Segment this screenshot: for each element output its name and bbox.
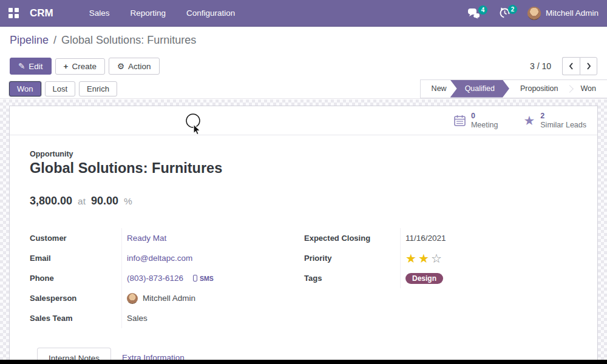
activities-badge: 2 xyxy=(508,5,517,14)
calendar-icon xyxy=(454,115,466,126)
meeting-label: Meeting xyxy=(471,121,498,129)
email-label: Email xyxy=(30,254,121,263)
priority-stars[interactable]: ★★☆ xyxy=(405,252,444,265)
enrich-button[interactable]: Enrich xyxy=(79,81,117,96)
fields-right-column: Expected Closing 11/16/2021 Priority ★★☆… xyxy=(304,228,577,328)
sms-label: SMS xyxy=(200,275,214,282)
customer-link[interactable]: Ready Mat xyxy=(127,234,166,243)
customer-label: Customer xyxy=(30,234,121,243)
expected-revenue: 3,800.00 at 90.00 % xyxy=(30,195,577,207)
chevron-left-icon xyxy=(568,62,575,70)
probability-value: 90.00 xyxy=(91,195,118,207)
user-avatar xyxy=(527,7,541,20)
create-button[interactable]: + Create xyxy=(55,58,105,75)
control-panel: ✎ Edit + Create ⚙ Action 3 / 10 xyxy=(0,53,607,79)
form-sheet: Opportunity Global Solutions: Furnitures… xyxy=(10,135,597,364)
email-link[interactable]: info@deltapc.com xyxy=(127,254,192,263)
nav-menu-sales[interactable]: Sales xyxy=(79,0,120,27)
expected-closing-row: Expected Closing 11/16/2021 xyxy=(304,228,577,248)
plus-icon: + xyxy=(64,62,69,71)
edit-button[interactable]: ✎ Edit xyxy=(10,58,52,75)
opportunity-title: Global Solutions: Furnitures xyxy=(30,160,577,177)
chevron-right-icon xyxy=(585,62,592,70)
edit-button-label: Edit xyxy=(29,62,42,71)
statusbar: Won Lost Enrich New Qualified Propositio… xyxy=(0,79,607,99)
activities-button[interactable]: 2 xyxy=(493,4,517,22)
salesperson-label: Salesperson xyxy=(30,294,121,303)
revenue-amount: 3,800.00 xyxy=(30,195,72,207)
pencil-icon: ✎ xyxy=(18,61,25,71)
user-name: Mitchell Admin xyxy=(546,8,599,18)
nav-menu-configuration[interactable]: Configuration xyxy=(176,0,245,27)
action-button[interactable]: ⚙ Action xyxy=(109,58,160,75)
pager-value[interactable]: 3 / 10 xyxy=(530,61,551,71)
tag-design: Design xyxy=(405,273,443,284)
meeting-count: 0 xyxy=(471,112,498,120)
star-empty-icon[interactable]: ☆ xyxy=(431,252,444,265)
similar-leads-count: 2 xyxy=(540,112,586,120)
stage-pipeline: New Qualified Proposition Won xyxy=(420,79,607,98)
bottom-letterbox xyxy=(0,360,607,364)
nav-menu-reporting[interactable]: Reporting xyxy=(120,0,177,27)
expected-closing-value: 11/16/2021 xyxy=(405,234,446,243)
priority-row: Priority ★★☆ xyxy=(304,248,577,268)
top-navbar: CRM Sales Reporting Configuration 4 2 Mi… xyxy=(0,0,607,27)
record-type-label: Opportunity xyxy=(30,150,577,158)
apps-menu-icon[interactable] xyxy=(8,8,19,18)
record-card: 0 Meeting ★ 2 Similar Leads Opportunity … xyxy=(9,106,598,364)
percent-sign: % xyxy=(124,196,132,207)
gear-icon: ⚙ xyxy=(117,61,124,71)
fields-left-column: Customer Ready Mat Email info@deltapc.co… xyxy=(30,228,304,328)
tags-row: Tags Design xyxy=(304,268,577,288)
salesperson-link[interactable]: Mitchell Admin xyxy=(143,294,195,303)
tags-label: Tags xyxy=(304,274,400,283)
systray: 4 2 Mitchell Admin xyxy=(461,4,599,22)
messages-badge: 4 xyxy=(478,5,487,15)
customer-row: Customer Ready Mat xyxy=(30,228,304,248)
create-button-label: Create xyxy=(72,62,97,71)
phone-label: Phone xyxy=(30,274,121,283)
pager: 3 / 10 xyxy=(530,57,597,75)
phone-row: Phone (803)-873-6126 SMS xyxy=(30,268,304,288)
similar-leads-label: Similar Leads xyxy=(540,121,586,129)
app-name[interactable]: CRM xyxy=(30,7,53,19)
breadcrumb-current: Global Solutions: Furnitures xyxy=(61,34,196,47)
stage-proposition[interactable]: Proposition xyxy=(509,80,569,98)
messages-button[interactable]: 4 xyxy=(461,4,487,22)
breadcrumb-parent-link[interactable]: Pipeline xyxy=(10,34,49,47)
pager-next-button[interactable] xyxy=(580,57,597,75)
stage-new[interactable]: New xyxy=(421,80,458,98)
sales-team-link[interactable]: Sales xyxy=(127,314,148,323)
button-box: 0 Meeting ★ 2 Similar Leads xyxy=(10,106,597,135)
star-filled-icon[interactable]: ★ xyxy=(418,252,431,265)
at-label: at xyxy=(78,196,86,207)
mark-won-button[interactable]: Won xyxy=(9,81,41,96)
salesperson-avatar xyxy=(127,293,138,304)
meeting-stat-button[interactable]: 0 Meeting xyxy=(450,109,501,132)
breadcrumb-separator: / xyxy=(53,34,56,47)
user-menu[interactable]: Mitchell Admin xyxy=(527,7,599,20)
breadcrumb: Pipeline / Global Solutions: Furnitures xyxy=(0,27,607,53)
stage-won[interactable]: Won xyxy=(570,80,607,98)
mark-lost-button[interactable]: Lost xyxy=(45,81,76,96)
sms-button[interactable]: SMS xyxy=(193,275,214,282)
star-filled-icon[interactable]: ★ xyxy=(405,252,418,265)
salesperson-row: Salesperson Mitchell Admin xyxy=(30,288,304,308)
expected-closing-label: Expected Closing xyxy=(304,234,400,243)
sales-team-row: Sales Team Sales xyxy=(30,308,304,328)
grid-icon xyxy=(8,8,19,18)
sales-team-label: Sales Team xyxy=(30,314,121,323)
stage-qualified[interactable]: Qualified xyxy=(450,80,509,98)
loading-cursor xyxy=(183,112,205,141)
content-background: 0 Meeting ★ 2 Similar Leads Opportunity … xyxy=(0,99,607,364)
priority-label: Priority xyxy=(304,254,400,263)
similar-leads-stat-button[interactable]: ★ 2 Similar Leads xyxy=(520,109,590,132)
mobile-phone-icon xyxy=(193,275,197,281)
star-icon: ★ xyxy=(523,114,535,127)
phone-link[interactable]: (803)-873-6126 xyxy=(127,274,183,283)
action-button-label: Action xyxy=(128,62,151,71)
pager-previous-button[interactable] xyxy=(562,57,580,75)
email-row: Email info@deltapc.com xyxy=(30,248,304,268)
